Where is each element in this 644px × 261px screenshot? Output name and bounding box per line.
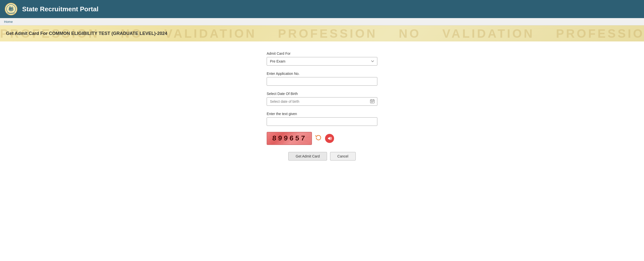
button-row: Get Admit Card Cancel bbox=[267, 152, 377, 161]
captcha-text-group: Enter the text given bbox=[267, 112, 377, 126]
dob-input-wrapper bbox=[267, 97, 377, 106]
dob-label: Select Date Of Birth bbox=[267, 92, 377, 96]
main-content: Admit Card For Pre Exam Main Exam Enter … bbox=[0, 41, 644, 176]
audio-captcha-icon[interactable] bbox=[325, 134, 334, 143]
captcha-code: 899657 bbox=[272, 135, 307, 142]
refresh-captcha-icon[interactable] bbox=[315, 134, 322, 143]
admit-card-for-group: Admit Card For Pre Exam Main Exam bbox=[267, 51, 377, 66]
navbar: Home bbox=[0, 18, 644, 25]
home-link[interactable]: Home bbox=[4, 20, 13, 24]
dob-input[interactable] bbox=[267, 97, 377, 106]
svg-point-4 bbox=[9, 6, 11, 10]
dob-group: Select Date Of Birth bbox=[267, 92, 377, 106]
svg-rect-11 bbox=[371, 101, 372, 102]
svg-rect-15 bbox=[372, 102, 373, 102]
svg-rect-14 bbox=[371, 102, 372, 102]
captcha-image: 899657 bbox=[267, 132, 312, 145]
calendar-icon[interactable] bbox=[370, 99, 375, 105]
captcha-text-label: Enter the text given bbox=[267, 112, 377, 116]
admit-card-for-select[interactable]: Pre Exam Main Exam bbox=[267, 57, 377, 66]
banner-title: Get Admit Card For COMMON ELIGIBILITY TE… bbox=[6, 31, 167, 36]
captcha-row: 899657 bbox=[267, 132, 377, 145]
site-logo: Rajasthan bbox=[4, 2, 18, 16]
svg-marker-21 bbox=[328, 137, 330, 140]
svg-point-5 bbox=[11, 7, 13, 9]
application-no-label: Enter Application No. bbox=[267, 72, 377, 76]
admit-card-for-label: Admit Card For bbox=[267, 51, 377, 56]
captcha-input[interactable] bbox=[267, 117, 377, 126]
svg-rect-13 bbox=[373, 101, 374, 102]
application-no-input[interactable] bbox=[267, 77, 377, 86]
cancel-button[interactable]: Cancel bbox=[330, 152, 356, 161]
page-banner: PROFESSION NO VALIDATION PROFESSION NO V… bbox=[0, 25, 644, 41]
svg-rect-12 bbox=[372, 101, 373, 102]
svg-text:Rajasthan: Rajasthan bbox=[8, 12, 15, 14]
get-admit-card-button[interactable]: Get Admit Card bbox=[288, 152, 327, 161]
application-no-group: Enter Application No. bbox=[267, 72, 377, 86]
site-header: Rajasthan State Recruitment Portal bbox=[0, 0, 644, 18]
site-title: State Recruitment Portal bbox=[22, 5, 98, 13]
form-container: Admit Card For Pre Exam Main Exam Enter … bbox=[267, 51, 377, 161]
